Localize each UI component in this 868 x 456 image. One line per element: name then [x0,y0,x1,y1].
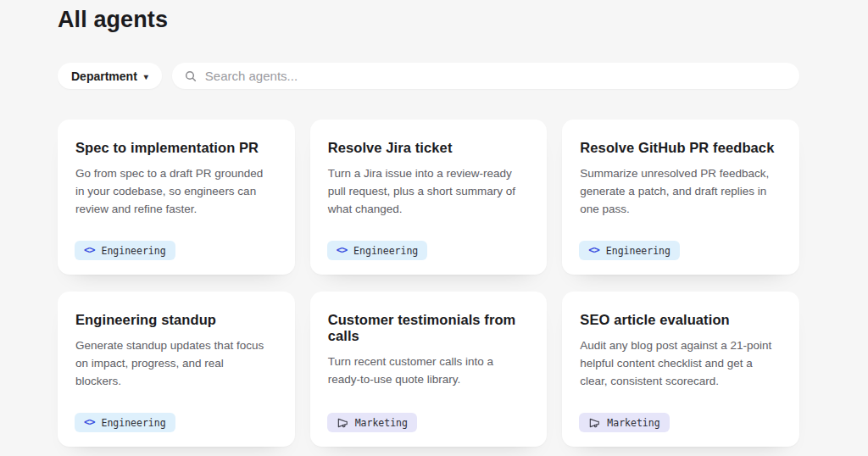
department-tag: Marketing [579,413,669,432]
all-agents-page: All agents Department ▾ Spec to implemen… [0,0,868,447]
department-tag-label: Engineering [101,245,165,257]
agent-card-description: Turn a Jira issue into a review-ready pu… [328,165,530,219]
search-bar[interactable] [172,63,799,89]
department-tag: <> Engineering [327,241,428,260]
department-tag-label: Engineering [606,245,670,257]
search-input[interactable] [205,69,787,83]
department-filter-button[interactable]: Department ▾ [58,63,162,89]
department-tag: <> Engineering [75,241,175,260]
agent-card-title: Spec to implementation PR [75,140,277,156]
code-icon: <> [84,417,94,428]
department-filter-label: Department [71,70,137,83]
department-tag-label: Engineering [101,417,165,429]
agent-card-title: Engineering standup [75,312,277,328]
megaphone-icon [337,417,348,429]
search-icon [184,70,198,83]
agent-card-description: Turn recent customer calls into a ready-… [328,353,530,389]
code-icon: <> [337,245,347,256]
agent-card[interactable]: SEO article evaluation Audit any blog po… [562,292,799,447]
agent-card-description: Generate standup updates that focus on i… [75,337,277,391]
department-tag-label: Marketing [355,417,408,429]
agent-card[interactable]: Resolve GitHub PR feedback Summarize unr… [562,120,799,275]
agent-card-title: Customer testimonials from calls [328,312,530,344]
filter-row: Department ▾ [58,63,799,89]
megaphone-icon [588,417,600,429]
agent-card[interactable]: Resolve Jira ticket Turn a Jira issue in… [310,120,548,275]
department-tag: <> Engineering [579,241,680,260]
code-icon: <> [588,245,598,256]
agent-card[interactable]: Customer testimonials from calls Turn re… [310,292,548,447]
agent-card[interactable]: Spec to implementation PR Go from spec t… [58,120,295,275]
department-tag: <> Engineering [75,413,175,432]
department-tag: Marketing [327,413,417,432]
agent-card-description: Summarize unresolved PR feedback, genera… [580,165,782,219]
agent-card-description: Audit any blog post against a 21-point h… [580,337,782,391]
department-tag-label: Engineering [353,245,418,257]
page-title: All agents [58,7,799,33]
agent-card-title: Resolve GitHub PR feedback [580,140,782,156]
department-tag-label: Marketing [607,417,659,429]
chevron-down-icon: ▾ [144,71,148,81]
code-icon: <> [84,245,94,256]
agent-card-description: Go from spec to a draft PR grounded in y… [75,165,277,219]
agent-card-title: Resolve Jira ticket [328,140,530,156]
agents-grid: Spec to implementation PR Go from spec t… [58,120,799,447]
agent-card-title: SEO article evaluation [580,312,782,328]
agent-card[interactable]: Engineering standup Generate standup upd… [58,292,295,447]
